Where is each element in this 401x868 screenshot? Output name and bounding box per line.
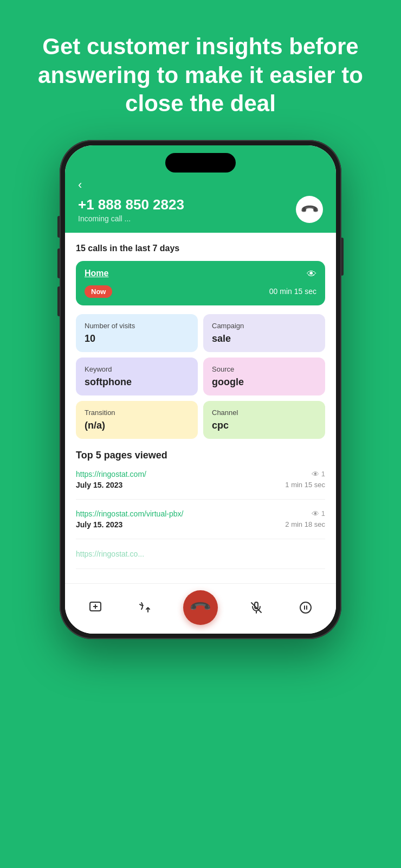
svg-rect-7 (306, 605, 307, 610)
page-duration: 00 min 15 sec (269, 287, 316, 296)
phone-number: +1 888 850 2823 (78, 196, 323, 213)
call-status: Incoming call ... (78, 214, 323, 223)
current-page-url[interactable]: Home (85, 269, 108, 278)
transition-card: Transition (n/a) (76, 401, 198, 439)
page-time-2: 2 min 18 sec (285, 520, 325, 528)
keyword-label: Keyword (85, 365, 189, 373)
eye-icon: 👁 (312, 509, 319, 518)
channel-label: Channel (212, 409, 316, 417)
header-section: Get customer insights before answering t… (0, 0, 401, 140)
svg-point-5 (300, 602, 311, 613)
phone-icon: 📞 (299, 199, 319, 219)
calls-summary: 15 calls in the last 7 days (76, 244, 325, 253)
transfer-call-button[interactable] (133, 596, 156, 619)
page-item: https://ringostat.com/virtual-pbx/ 👁 1 J… (76, 509, 325, 539)
phone-frame: ‹ +1 888 850 2823 Incoming call ... 📞 15… (60, 140, 341, 639)
page-url-1[interactable]: https://ringostat.com/ (76, 470, 146, 478)
page-url-3[interactable]: https://ringostat.co... (76, 550, 144, 558)
campaign-label: Campaign (212, 322, 316, 330)
visits-label: Number of visits (85, 322, 189, 330)
add-chat-button[interactable] (84, 596, 107, 619)
page-item: https://ringostat.co... (76, 549, 325, 569)
source-card: Source google (203, 358, 325, 395)
campaign-value: sale (212, 333, 316, 344)
phone-screen: ‹ +1 888 850 2823 Incoming call ... 📞 15… (65, 145, 336, 634)
info-grid: Number of visits 10 Campaign sale Keywor… (76, 314, 325, 439)
page-time-1: 1 min 15 sec (285, 481, 325, 489)
channel-value: cpc (212, 420, 316, 431)
mute-button[interactable] (245, 596, 268, 619)
back-button[interactable]: ‹ (78, 178, 323, 192)
visits-value: 10 (85, 333, 189, 344)
volume-down-button (57, 286, 60, 316)
eye-icon: 👁 (307, 269, 316, 280)
end-call-button[interactable]: 📞 (296, 196, 323, 223)
header-text: Get customer insights before answering t… (0, 0, 401, 140)
keyword-value: softphone (85, 376, 189, 388)
channel-card: Channel cpc (203, 401, 325, 439)
svg-rect-6 (304, 605, 305, 610)
pause-button[interactable] (294, 596, 317, 619)
hangup-icon: 📞 (189, 595, 213, 620)
transition-value: (n/a) (85, 420, 189, 431)
page-date-2: July 15. 2023 (76, 520, 122, 529)
source-value: google (212, 376, 316, 388)
volume-up-button (57, 248, 60, 278)
visits-card: Number of visits 10 (76, 314, 198, 352)
page-views-1: 👁 1 (312, 470, 325, 478)
power-button (341, 238, 344, 276)
content-area: 15 calls in the last 7 days Home 👁 Now 0… (65, 233, 336, 634)
keyword-card: Keyword softphone (76, 358, 198, 395)
source-label: Source (212, 365, 316, 373)
silent-button (57, 216, 60, 238)
page-item: https://ringostat.com/ 👁 1 July 15. 2023… (76, 470, 325, 500)
campaign-card: Campaign sale (203, 314, 325, 352)
hangup-button[interactable]: 📞 (183, 590, 218, 625)
eye-icon: 👁 (312, 470, 319, 478)
page-date-1: July 15. 2023 (76, 481, 122, 489)
transition-label: Transition (85, 409, 189, 417)
now-badge: Now (85, 285, 112, 298)
top-pages-title: Top 5 pages viewed (76, 450, 325, 461)
action-bar: 📞 (65, 583, 336, 634)
current-page-card: Home 👁 Now 00 min 15 sec (76, 261, 325, 305)
page-views-2: 👁 1 (312, 509, 325, 518)
page-url-2[interactable]: https://ringostat.com/virtual-pbx/ (76, 509, 183, 518)
dynamic-island (165, 153, 236, 173)
